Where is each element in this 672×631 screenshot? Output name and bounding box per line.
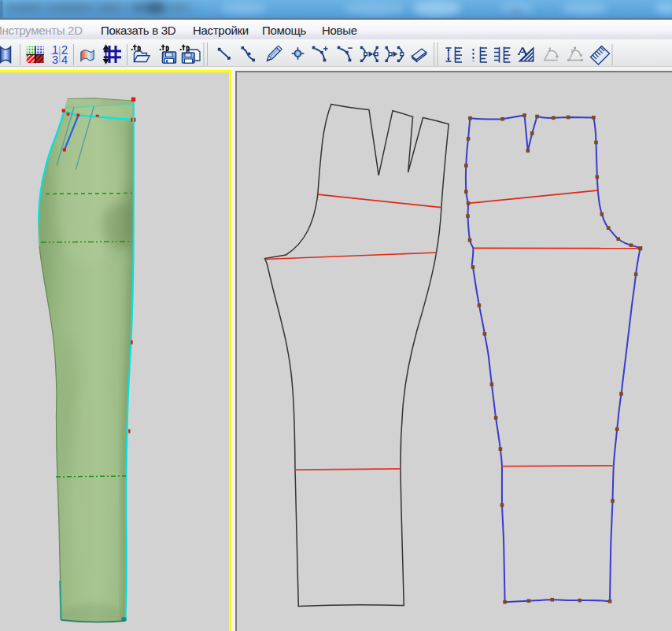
svg-text:4: 4 [61, 54, 68, 66]
svg-text:3: 3 [52, 54, 58, 66]
